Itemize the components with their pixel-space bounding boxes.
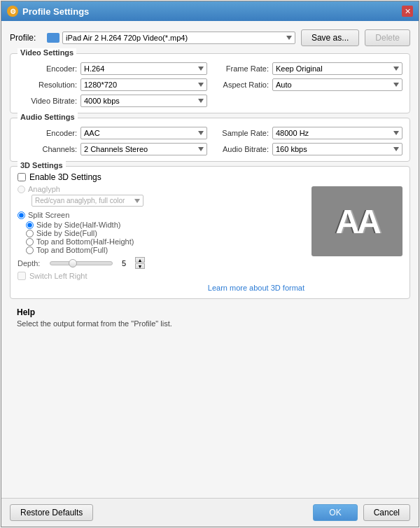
profile-label: Profile: xyxy=(10,33,41,43)
audio-bitrate-select[interactable]: 160 kbps xyxy=(272,143,402,155)
audio-bitrate-label: Audio Bitrate: xyxy=(213,145,269,153)
profile-icon xyxy=(47,33,59,43)
3d-settings-title: 3D Settings xyxy=(18,161,66,169)
help-text: Select the output format from the "Profi… xyxy=(17,319,403,328)
delete-button[interactable]: Delete xyxy=(365,29,410,46)
audio-encoder-select[interactable]: AAC xyxy=(80,127,207,139)
enable-3d-row: Enable 3D Settings xyxy=(18,172,304,182)
depth-slider-thumb[interactable] xyxy=(69,259,77,268)
top-bottom-full-radio[interactable] xyxy=(26,246,34,254)
footer-right: OK Cancel xyxy=(313,504,410,521)
anaglyph-radio[interactable] xyxy=(18,186,25,193)
resolution-select[interactable]: 1280*720 xyxy=(80,78,207,91)
save-as-button[interactable]: Save as... xyxy=(301,29,359,46)
top-bottom-half-label: Top and Bottom(Half-Height) xyxy=(36,237,134,246)
cancel-button[interactable]: Cancel xyxy=(363,504,410,521)
top-bottom-half-row: Top and Bottom(Half-Height) xyxy=(26,237,304,246)
3d-settings-section: 3D Settings Enable 3D Settings Anaglyph … xyxy=(10,166,410,299)
window-title: Profile Settings xyxy=(22,6,402,17)
audio-settings-section: Audio Settings Encoder: AAC Sample Rate:… xyxy=(10,118,410,162)
enable-3d-label: Enable 3D Settings xyxy=(29,172,102,182)
anaglyph-select[interactable]: Red/cyan anaglyph, full color xyxy=(31,195,144,207)
video-settings-inner: Encoder: H.264 Frame Rate: Keep Original xyxy=(18,62,402,107)
video-bitrate-select[interactable]: 4000 kbps xyxy=(80,95,207,107)
aspect-ratio-row: Aspect Ratio: Auto xyxy=(213,78,402,91)
anaglyph-row: Anaglyph xyxy=(18,185,304,193)
side-by-side-half-label: Side by Side(Half-Width) xyxy=(36,221,120,229)
app-icon: ⚙ xyxy=(7,6,18,17)
top-bottom-half-radio[interactable] xyxy=(26,238,34,246)
depth-increment-button[interactable]: ▲ xyxy=(135,257,145,263)
anaglyph-label: Anaglyph xyxy=(28,185,60,193)
close-button[interactable]: ✕ xyxy=(402,6,413,17)
switch-left-right-label: Switch Left Right xyxy=(29,272,88,280)
aspect-ratio-select[interactable]: Auto xyxy=(272,78,402,91)
3d-settings-left: Enable 3D Settings Anaglyph Red/cyan ana… xyxy=(18,172,304,293)
sample-rate-row: Sample Rate: 48000 Hz xyxy=(213,127,402,139)
encoder-select[interactable]: H.264 xyxy=(80,62,207,75)
side-by-side-full-radio[interactable] xyxy=(26,230,34,237)
channels-row: Channels: 2 Channels Stereo xyxy=(18,143,207,155)
audio-form-grid: Encoder: AAC Sample Rate: 48000 Hz Chann… xyxy=(18,127,402,155)
switch-left-right-row: Switch Left Right xyxy=(18,272,304,280)
profile-row: Profile: iPad Air 2 H.264 720p Video(*.m… xyxy=(10,27,410,49)
depth-decrement-button[interactable]: ▼ xyxy=(135,263,145,269)
sample-rate-label: Sample Rate: xyxy=(213,129,269,137)
resolution-label: Resolution: xyxy=(18,81,77,89)
learn-more-link[interactable]: Learn more about 3D format xyxy=(208,284,304,292)
sample-rate-select[interactable]: 48000 Hz xyxy=(272,127,402,139)
preview-text: AA xyxy=(335,202,378,241)
learn-more-row: Learn more about 3D format xyxy=(18,283,304,293)
video-bitrate-row: Video Bitrate: 4000 kbps xyxy=(18,95,207,107)
video-settings-section: Video Settings Encoder: H.264 Frame Rate… xyxy=(10,53,410,113)
audio-settings-inner: Encoder: AAC Sample Rate: 48000 Hz Chann… xyxy=(18,127,402,155)
audio-encoder-row: Encoder: AAC xyxy=(18,127,207,139)
enable-3d-checkbox[interactable] xyxy=(18,173,26,181)
depth-slider-track xyxy=(50,261,113,265)
switch-left-right-checkbox[interactable] xyxy=(18,272,26,280)
split-screen-row: Split Screen xyxy=(18,211,304,219)
resolution-row: Resolution: 1280*720 xyxy=(18,78,207,91)
frame-rate-select[interactable]: Keep Original xyxy=(272,62,402,75)
footer: Restore Defaults OK Cancel xyxy=(1,498,419,527)
ok-button[interactable]: OK xyxy=(313,504,357,521)
audio-bitrate-row: Audio Bitrate: 160 kbps xyxy=(213,143,402,155)
audio-encoder-label: Encoder: xyxy=(18,129,77,137)
depth-label: Depth: xyxy=(18,259,46,268)
depth-value: 5 xyxy=(117,259,131,268)
channels-select[interactable]: 2 Channels Stereo xyxy=(80,143,207,155)
depth-row: Depth: 5 ▲ ▼ xyxy=(18,257,304,269)
channels-label: Channels: xyxy=(18,145,77,153)
profile-settings-window: ⚙ Profile Settings ✕ Profile: iPad Air 2… xyxy=(1,1,419,527)
video-form-grid: Encoder: H.264 Frame Rate: Keep Original xyxy=(18,62,402,107)
profile-select-wrapper: iPad Air 2 H.264 720p Video(*.mp4) xyxy=(47,32,295,44)
top-bottom-full-row: Top and Bottom(Full) xyxy=(26,246,304,254)
profile-select[interactable]: iPad Air 2 H.264 720p Video(*.mp4) xyxy=(62,32,295,44)
video-settings-title: Video Settings xyxy=(18,48,76,57)
titlebar: ⚙ Profile Settings ✕ xyxy=(1,1,419,21)
3d-mode-group: Anaglyph Red/cyan anaglyph, full color S… xyxy=(18,185,304,254)
audio-settings-title: Audio Settings xyxy=(18,113,78,121)
split-screen-label: Split Screen xyxy=(28,211,69,219)
side-by-side-full-row: Side by Side(Full) xyxy=(26,229,304,237)
split-screen-radio[interactable] xyxy=(18,211,25,219)
video-bitrate-label: Video Bitrate: xyxy=(18,97,77,105)
encoder-label: Encoder: xyxy=(18,64,77,73)
depth-spinner: ▲ ▼ xyxy=(135,257,145,269)
3d-preview-panel: AA xyxy=(312,172,402,293)
side-by-side-half-radio[interactable] xyxy=(26,221,34,229)
frame-rate-row: Frame Rate: Keep Original xyxy=(213,62,402,75)
restore-defaults-button[interactable]: Restore Defaults xyxy=(10,504,93,521)
side-by-side-full-label: Side by Side(Full) xyxy=(36,229,97,237)
aspect-ratio-label: Aspect Ratio: xyxy=(213,81,269,89)
encoder-row: Encoder: H.264 xyxy=(18,62,207,75)
side-by-side-half-row: Side by Side(Half-Width) xyxy=(26,221,304,229)
help-section: Help Select the output format from the "… xyxy=(10,303,410,332)
split-screen-options: Side by Side(Half-Width) Side by Side(Fu… xyxy=(18,221,304,254)
3d-preview-box: AA xyxy=(312,186,402,256)
main-content: Profile: iPad Air 2 H.264 720p Video(*.m… xyxy=(1,21,419,498)
top-bottom-full-label: Top and Bottom(Full) xyxy=(36,246,108,254)
frame-rate-label: Frame Rate: xyxy=(213,64,269,73)
help-title: Help xyxy=(17,307,403,317)
